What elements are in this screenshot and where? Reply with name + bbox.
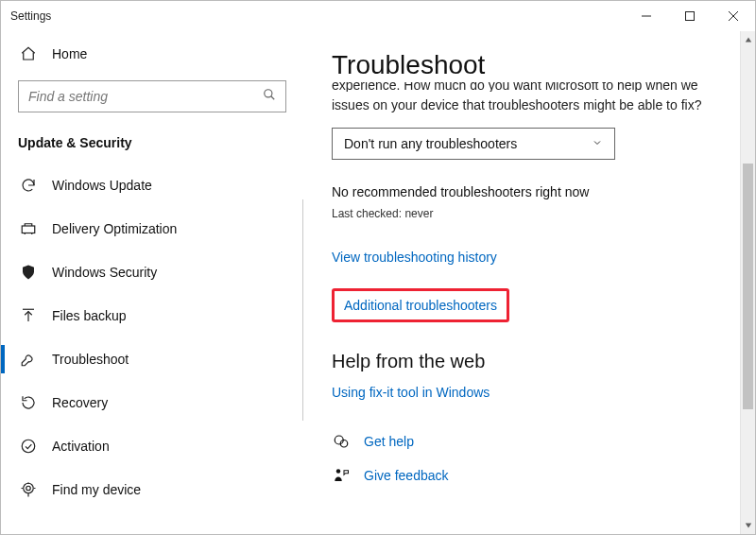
give-feedback-link[interactable]: Give feedback [364,468,449,483]
additional-troubleshooters-link[interactable]: Additional troubleshooters [344,298,497,313]
scrollbar-track[interactable] [741,48,755,517]
settings-window: Settings Home [0,0,756,535]
content: Troubleshoot experience. How much do you… [303,31,740,534]
no-recommended-text: No recommended troubleshooters right now [332,184,712,199]
dropdown-value: Don't run any troubleshooters [344,136,517,151]
search-container [1,73,303,122]
maximize-button[interactable] [668,1,712,31]
titlebar: Settings [1,1,755,31]
get-help-icon [332,433,351,450]
feedback-icon [332,467,351,484]
sidebar-item-windows-security[interactable]: Windows Security [1,250,303,294]
svg-marker-17 [745,38,750,43]
get-help-link[interactable]: Get help [364,434,414,449]
svg-rect-1 [686,12,695,21]
truncated-copy-line2: issues on your device that troubleshoote… [332,95,712,114]
svg-point-12 [26,486,31,491]
sidebar-item-windows-update[interactable]: Windows Update [1,164,303,207]
shield-icon [18,264,39,281]
sidebar-section-header: Update & Security [1,122,303,158]
sidebar-item-troubleshoot[interactable]: Troubleshoot [1,337,303,381]
last-checked-text: Last checked: never [332,207,712,220]
sidebar-item-find-my-device[interactable]: Find my device [1,468,303,511]
delivery-icon [18,220,39,237]
backup-icon [18,307,39,324]
sidebar-item-label: Files backup [52,308,127,323]
sidebar-item-home[interactable]: Home [1,35,303,73]
minimize-button[interactable] [625,1,668,31]
sidebar-item-label: Troubleshoot [52,352,129,367]
sync-icon [18,177,39,194]
sidebar-item-label: Recovery [52,395,108,410]
svg-point-13 [24,483,34,493]
sidebar-item-label: Delivery Optimization [52,221,177,236]
sidebar-item-label: Find my device [52,482,141,497]
svg-rect-6 [22,226,35,233]
sidebar-item-activation[interactable]: Activation [1,424,303,468]
get-help-row: Get help [332,433,712,450]
view-history-link[interactable]: View troubleshooting history [332,250,497,265]
scroll-up-arrow[interactable] [741,31,755,48]
sidebar-item-label: Windows Security [52,265,157,280]
svg-point-4 [265,90,272,97]
sidebar-nav: Windows Update Delivery Optimization Win… [1,164,303,511]
svg-point-16 [336,470,341,475]
scroll-down-arrow[interactable] [741,517,755,534]
find-device-icon [18,481,39,498]
svg-marker-18 [745,524,750,528]
svg-point-11 [22,440,35,453]
home-label: Home [52,46,87,61]
chevron-down-icon [592,136,603,151]
window-title: Settings [10,9,51,23]
sidebar-item-recovery[interactable]: Recovery [1,381,303,424]
sidebar-item-label: Activation [52,439,110,454]
sidebar: Home Update & Security Windows Update [1,31,303,534]
truncated-copy-line1: experience. How much do you want Microso… [332,82,712,92]
svg-line-5 [271,96,275,100]
wrench-icon [18,351,39,368]
troubleshoot-preference-dropdown[interactable]: Don't run any troubleshooters [332,128,615,160]
search-input[interactable] [28,89,263,104]
vertical-scrollbar[interactable] [740,31,755,534]
sidebar-item-label: Windows Update [52,178,152,193]
recovery-icon [18,394,39,411]
give-feedback-row: Give feedback [332,467,712,484]
sidebar-item-files-backup[interactable]: Files backup [1,294,303,337]
main-area: Troubleshoot experience. How much do you… [303,31,755,534]
fixit-link[interactable]: Using fix-it tool in Windows [332,385,490,400]
search-box[interactable] [18,80,286,112]
additional-troubleshooters-highlight: Additional troubleshooters [332,288,509,322]
scrollbar-thumb[interactable] [743,164,753,409]
home-icon [18,45,39,62]
page-title: Troubleshoot [332,50,712,80]
help-from-web-heading: Help from the web [332,351,712,372]
close-button[interactable] [712,1,755,31]
search-icon [263,88,276,105]
check-circle-icon [18,438,39,455]
sidebar-item-delivery-optimization[interactable]: Delivery Optimization [1,207,303,250]
window-body: Home Update & Security Windows Update [1,31,755,534]
